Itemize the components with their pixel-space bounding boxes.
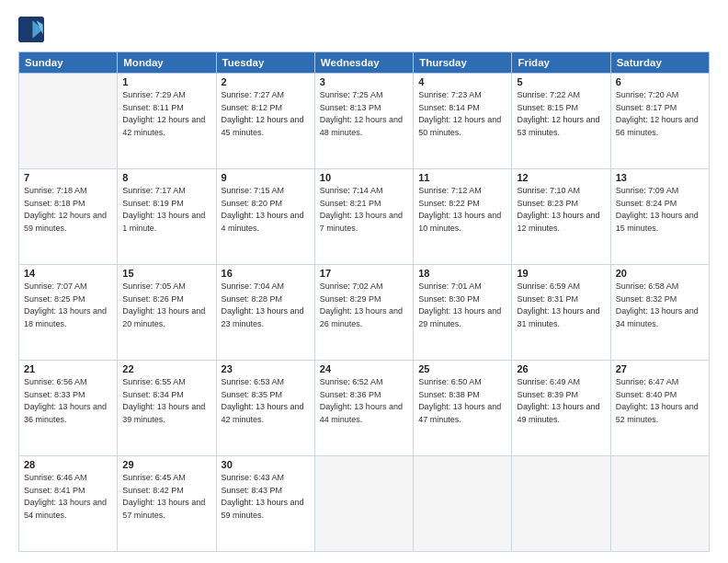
day-info: Sunrise: 7:05 AMSunset: 8:26 PMDaylight:…	[122, 281, 210, 330]
day-info: Sunrise: 6:52 AMSunset: 8:36 PMDaylight:…	[320, 376, 408, 426]
weekday-header-thursday: Thursday	[414, 52, 512, 74]
calendar-cell: 8Sunrise: 7:17 AMSunset: 8:19 PMDaylight…	[118, 169, 216, 265]
day-info: Sunrise: 6:43 AMSunset: 8:43 PMDaylight:…	[222, 472, 310, 522]
calendar-cell: 20Sunrise: 6:58 AMSunset: 8:32 PMDayligh…	[610, 265, 709, 361]
header	[18, 15, 710, 42]
day-info: Sunrise: 7:07 AMSunset: 8:25 PMDaylight:…	[24, 281, 112, 330]
day-number: 2	[222, 76, 310, 87]
day-number: 30	[222, 459, 310, 470]
weekday-header-wednesday: Wednesday	[314, 52, 413, 74]
day-info: Sunrise: 7:29 AMSunset: 8:11 PMDaylight:…	[122, 89, 210, 139]
calendar-cell	[19, 74, 118, 169]
day-info: Sunrise: 6:45 AMSunset: 8:42 PMDaylight:…	[122, 472, 210, 522]
day-info: Sunrise: 6:46 AMSunset: 8:41 PMDaylight:…	[24, 472, 112, 522]
week-row-5: 28Sunrise: 6:46 AMSunset: 8:41 PMDayligh…	[19, 456, 710, 552]
day-number: 17	[320, 268, 408, 279]
day-number: 4	[418, 76, 506, 87]
day-info: Sunrise: 7:14 AMSunset: 8:21 PMDaylight:…	[320, 185, 408, 235]
day-info: Sunrise: 7:25 AMSunset: 8:13 PMDaylight:…	[320, 89, 408, 139]
calendar-cell	[512, 456, 610, 552]
day-info: Sunrise: 7:17 AMSunset: 8:19 PMDaylight:…	[122, 185, 210, 235]
day-info: Sunrise: 6:59 AMSunset: 8:31 PMDaylight:…	[517, 281, 605, 330]
day-info: Sunrise: 7:18 AMSunset: 8:18 PMDaylight:…	[24, 185, 112, 235]
day-info: Sunrise: 7:22 AMSunset: 8:15 PMDaylight:…	[517, 89, 605, 139]
week-row-2: 7Sunrise: 7:18 AMSunset: 8:18 PMDaylight…	[19, 169, 710, 265]
day-info: Sunrise: 7:01 AMSunset: 8:30 PMDaylight:…	[418, 281, 506, 330]
day-info: Sunrise: 7:23 AMSunset: 8:14 PMDaylight:…	[418, 89, 506, 139]
calendar-cell	[610, 456, 709, 552]
calendar-cell: 5Sunrise: 7:22 AMSunset: 8:15 PMDaylight…	[512, 74, 610, 169]
day-number: 23	[222, 363, 310, 374]
day-info: Sunrise: 6:56 AMSunset: 8:33 PMDaylight:…	[24, 376, 112, 426]
logo-icon	[18, 17, 44, 42]
day-number: 16	[222, 268, 310, 279]
week-row-3: 14Sunrise: 7:07 AMSunset: 8:25 PMDayligh…	[19, 265, 710, 361]
calendar-cell: 4Sunrise: 7:23 AMSunset: 8:14 PMDaylight…	[414, 74, 512, 169]
weekday-header-tuesday: Tuesday	[216, 52, 314, 74]
day-info: Sunrise: 6:49 AMSunset: 8:39 PMDaylight:…	[517, 376, 605, 426]
day-number: 13	[616, 172, 704, 183]
day-info: Sunrise: 7:27 AMSunset: 8:12 PMDaylight:…	[222, 89, 310, 139]
day-info: Sunrise: 7:15 AMSunset: 8:20 PMDaylight:…	[222, 185, 310, 235]
weekday-header-saturday: Saturday	[610, 52, 709, 74]
day-number: 5	[517, 76, 605, 87]
day-number: 6	[616, 76, 704, 87]
day-number: 1	[122, 76, 210, 87]
calendar-cell: 25Sunrise: 6:50 AMSunset: 8:38 PMDayligh…	[414, 361, 512, 456]
calendar-cell: 22Sunrise: 6:55 AMSunset: 8:34 PMDayligh…	[118, 361, 216, 456]
calendar-cell: 15Sunrise: 7:05 AMSunset: 8:26 PMDayligh…	[118, 265, 216, 361]
calendar-cell: 10Sunrise: 7:14 AMSunset: 8:21 PMDayligh…	[314, 169, 413, 265]
week-row-1: 1Sunrise: 7:29 AMSunset: 8:11 PMDaylight…	[19, 74, 710, 169]
day-number: 11	[418, 172, 506, 183]
day-number: 19	[517, 268, 605, 279]
calendar-cell: 1Sunrise: 7:29 AMSunset: 8:11 PMDaylight…	[118, 74, 216, 169]
calendar-cell: 23Sunrise: 6:53 AMSunset: 8:35 PMDayligh…	[216, 361, 314, 456]
day-info: Sunrise: 7:02 AMSunset: 8:29 PMDaylight:…	[320, 281, 408, 330]
calendar-cell: 14Sunrise: 7:07 AMSunset: 8:25 PMDayligh…	[19, 265, 118, 361]
day-info: Sunrise: 6:53 AMSunset: 8:35 PMDaylight:…	[222, 376, 310, 426]
calendar-cell: 9Sunrise: 7:15 AMSunset: 8:20 PMDaylight…	[216, 169, 314, 265]
day-info: Sunrise: 6:55 AMSunset: 8:34 PMDaylight:…	[122, 376, 210, 426]
calendar-cell	[414, 456, 512, 552]
logo	[18, 17, 46, 42]
day-info: Sunrise: 6:47 AMSunset: 8:40 PMDaylight:…	[616, 376, 704, 426]
weekday-header-monday: Monday	[118, 52, 216, 74]
calendar-cell: 21Sunrise: 6:56 AMSunset: 8:33 PMDayligh…	[19, 361, 118, 456]
day-number: 25	[418, 363, 506, 374]
day-info: Sunrise: 6:58 AMSunset: 8:32 PMDaylight:…	[616, 281, 704, 330]
day-number: 24	[320, 363, 408, 374]
day-info: Sunrise: 7:10 AMSunset: 8:23 PMDaylight:…	[517, 185, 605, 235]
calendar-cell: 13Sunrise: 7:09 AMSunset: 8:24 PMDayligh…	[610, 169, 709, 265]
calendar-cell: 24Sunrise: 6:52 AMSunset: 8:36 PMDayligh…	[314, 361, 413, 456]
calendar-cell: 12Sunrise: 7:10 AMSunset: 8:23 PMDayligh…	[512, 169, 610, 265]
day-number: 28	[24, 459, 112, 470]
weekday-header-sunday: Sunday	[19, 52, 118, 74]
day-number: 3	[320, 76, 408, 87]
day-info: Sunrise: 7:09 AMSunset: 8:24 PMDaylight:…	[616, 185, 704, 235]
calendar-cell: 18Sunrise: 7:01 AMSunset: 8:30 PMDayligh…	[414, 265, 512, 361]
calendar-cell: 28Sunrise: 6:46 AMSunset: 8:41 PMDayligh…	[19, 456, 118, 552]
day-number: 8	[122, 172, 210, 183]
page: SundayMondayTuesdayWednesdayThursdayFrid…	[0, 0, 728, 563]
calendar-cell: 30Sunrise: 6:43 AMSunset: 8:43 PMDayligh…	[216, 456, 314, 552]
day-number: 14	[24, 268, 112, 279]
calendar-cell: 19Sunrise: 6:59 AMSunset: 8:31 PMDayligh…	[512, 265, 610, 361]
weekday-header-row: SundayMondayTuesdayWednesdayThursdayFrid…	[19, 52, 710, 74]
calendar-cell: 26Sunrise: 6:49 AMSunset: 8:39 PMDayligh…	[512, 361, 610, 456]
day-info: Sunrise: 7:20 AMSunset: 8:17 PMDaylight:…	[616, 89, 704, 139]
calendar-cell: 6Sunrise: 7:20 AMSunset: 8:17 PMDaylight…	[610, 74, 709, 169]
day-number: 20	[616, 268, 704, 279]
calendar-cell: 3Sunrise: 7:25 AMSunset: 8:13 PMDaylight…	[314, 74, 413, 169]
day-number: 12	[517, 172, 605, 183]
weekday-header-friday: Friday	[512, 52, 610, 74]
day-info: Sunrise: 7:12 AMSunset: 8:22 PMDaylight:…	[418, 185, 506, 235]
calendar-cell: 17Sunrise: 7:02 AMSunset: 8:29 PMDayligh…	[314, 265, 413, 361]
calendar-cell: 2Sunrise: 7:27 AMSunset: 8:12 PMDaylight…	[216, 74, 314, 169]
calendar-table: SundayMondayTuesdayWednesdayThursdayFrid…	[18, 52, 710, 552]
calendar-cell: 29Sunrise: 6:45 AMSunset: 8:42 PMDayligh…	[118, 456, 216, 552]
day-number: 9	[222, 172, 310, 183]
day-number: 15	[122, 268, 210, 279]
calendar-cell	[314, 456, 413, 552]
day-number: 21	[24, 363, 112, 374]
day-number: 10	[320, 172, 408, 183]
